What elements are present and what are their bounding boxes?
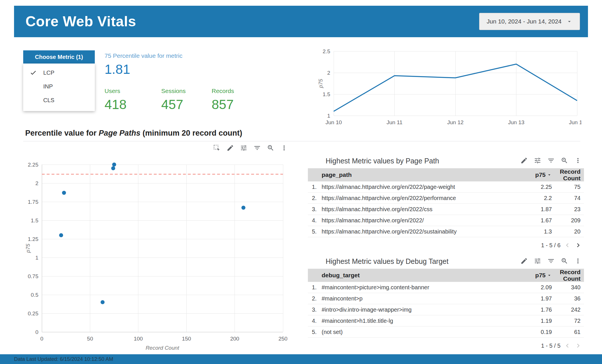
scorecard-users: Users 418 bbox=[105, 88, 127, 112]
table-toolbar bbox=[519, 156, 583, 165]
last-updated-text: Data Last Updated: 6/15/2024 10:12:50 AM bbox=[0, 354, 113, 364]
svg-text:2.25: 2.25 bbox=[28, 162, 38, 168]
svg-text:2: 2 bbox=[327, 70, 330, 76]
tune-icon[interactable] bbox=[533, 156, 542, 165]
table-row: 4. #maincontent>h1.title.title-lg 1.19 7… bbox=[308, 315, 584, 327]
menu-icon[interactable] bbox=[279, 143, 289, 153]
row-count: 340 bbox=[552, 284, 584, 291]
zoom-icon[interactable] bbox=[560, 156, 569, 165]
scorecard-label: 75 Percentile value for metric bbox=[105, 52, 182, 59]
svg-text:1.75: 1.75 bbox=[28, 199, 38, 205]
svg-text:1.5: 1.5 bbox=[323, 91, 330, 97]
svg-text:50: 50 bbox=[87, 336, 93, 342]
row-count: 209 bbox=[552, 217, 584, 224]
row-label: https://almanac.httparchive.org/en/2022/… bbox=[322, 184, 509, 190]
table-title: Highest Metric values by Debug Target bbox=[326, 257, 448, 266]
marquee-select-icon[interactable] bbox=[212, 143, 222, 153]
metric-option-cls[interactable]: CLS bbox=[23, 93, 95, 107]
svg-text:0.25: 0.25 bbox=[28, 310, 38, 316]
svg-text:p75: p75 bbox=[25, 244, 31, 253]
table-page-path: Highest Metric values by Page Path page_… bbox=[308, 155, 584, 249]
table-row: 1. #maincontent>picture>img.content-bann… bbox=[308, 282, 584, 293]
metric-option-inp[interactable]: INP bbox=[23, 80, 95, 93]
table-body: 1. https://almanac.httparchive.org/en/20… bbox=[308, 181, 584, 237]
zoom-icon[interactable] bbox=[560, 256, 569, 266]
row-label: https://almanac.httparchive.org/en/2022/ bbox=[322, 217, 509, 224]
table-row: 2. #maincontent>p 1.97 36 bbox=[308, 293, 584, 304]
tune-icon[interactable] bbox=[533, 256, 542, 266]
chevron-right-icon[interactable] bbox=[574, 241, 582, 249]
edit-icon[interactable] bbox=[519, 156, 529, 165]
edit-icon[interactable] bbox=[519, 256, 529, 266]
chevron-left-icon[interactable] bbox=[563, 241, 571, 249]
row-number: 3. bbox=[308, 306, 322, 313]
row-count: 23 bbox=[552, 206, 584, 213]
svg-text:Jun 14: Jun 14 bbox=[569, 119, 581, 125]
row-p75: 2.09 bbox=[509, 284, 552, 291]
scorecard-percentile: 75 Percentile value for metric 1.81 bbox=[105, 52, 182, 77]
column-header-record-count[interactable]: RecordCount bbox=[552, 168, 584, 181]
filter-icon[interactable] bbox=[252, 143, 262, 153]
tune-icon[interactable] bbox=[239, 143, 249, 153]
filter-icon[interactable] bbox=[546, 156, 556, 165]
svg-text:2: 2 bbox=[35, 180, 38, 186]
svg-text:100: 100 bbox=[134, 336, 143, 342]
metric-options: LCP INP CLS bbox=[23, 64, 95, 111]
scorecard-value: 418 bbox=[105, 97, 127, 112]
filter-icon[interactable] bbox=[546, 256, 556, 266]
svg-text:Jun 11: Jun 11 bbox=[387, 119, 403, 125]
menu-icon[interactable] bbox=[573, 156, 583, 165]
column-header-record-count[interactable]: RecordCount bbox=[552, 269, 584, 282]
row-p75: 1.87 bbox=[509, 206, 552, 213]
row-number: 4. bbox=[308, 318, 322, 324]
svg-text:1.5: 1.5 bbox=[31, 217, 38, 223]
row-p75: 1.19 bbox=[509, 318, 552, 324]
section-title-italic: Page Paths bbox=[99, 129, 141, 137]
scorecard-label: Sessions bbox=[161, 88, 186, 94]
metric-option-lcp[interactable]: LCP bbox=[23, 66, 95, 80]
row-count: 74 bbox=[552, 195, 584, 201]
p75-timeseries-line-chart: 11.522.5Jun 10Jun 11Jun 12Jun 13Jun 14p7… bbox=[318, 47, 581, 131]
row-number: 2. bbox=[308, 195, 322, 201]
row-count: 242 bbox=[552, 306, 584, 313]
svg-text:Jun 10: Jun 10 bbox=[325, 119, 342, 125]
scorecard-value: 457 bbox=[161, 97, 186, 112]
table-row: 4. https://almanac.httparchive.org/en/20… bbox=[308, 215, 584, 226]
chevron-right-icon[interactable] bbox=[574, 342, 582, 350]
scorecard-records: Records 857 bbox=[212, 88, 234, 112]
row-label: #intro>div.intro-image-wrapper>img bbox=[322, 306, 509, 313]
menu-icon[interactable] bbox=[573, 256, 583, 266]
page-title: Core Web Vitals bbox=[25, 13, 136, 30]
column-header-key[interactable]: debug_target bbox=[322, 272, 509, 279]
svg-text:Jun 13: Jun 13 bbox=[508, 119, 524, 125]
pagination-label: 1 - 5 / 6 bbox=[541, 242, 560, 249]
dashboard: Core Web Vitals Jun 10, 2024 - Jun 14, 2… bbox=[0, 0, 602, 364]
pagination: 1 - 5 / 5 bbox=[308, 342, 584, 350]
date-range-picker[interactable]: Jun 10, 2024 - Jun 14, 2024 bbox=[479, 13, 580, 30]
edit-icon[interactable] bbox=[225, 143, 235, 153]
row-number: 5. bbox=[308, 329, 322, 335]
row-label: #maincontent>picture>img.content-banner bbox=[322, 284, 509, 291]
table-row: 3. https://almanac.httparchive.org/en/20… bbox=[308, 204, 584, 215]
svg-text:1: 1 bbox=[35, 255, 38, 261]
column-header-p75[interactable]: p75 bbox=[509, 272, 552, 279]
zoom-icon[interactable] bbox=[266, 143, 276, 153]
table-row: 5. (not set) 0.19 61 bbox=[308, 327, 584, 338]
chevron-left-icon[interactable] bbox=[563, 342, 571, 350]
row-p75: 1.97 bbox=[509, 295, 552, 302]
metric-selector-header[interactable]: Choose Metric (1) bbox=[23, 50, 95, 64]
table-row: 5. https://almanac.httparchive.org/en/20… bbox=[308, 226, 584, 237]
scorecard-value: 857 bbox=[212, 97, 234, 112]
table-header-row: debug_target p75 RecordCount bbox=[308, 269, 584, 282]
column-header-key[interactable]: page_path bbox=[322, 171, 509, 178]
column-header-p75[interactable]: p75 bbox=[509, 171, 552, 178]
svg-text:Record Count: Record Count bbox=[145, 345, 179, 351]
scorecard-value: 1.81 bbox=[105, 62, 182, 77]
svg-text:200: 200 bbox=[230, 336, 239, 342]
row-label: https://almanac.httparchive.org/en/2022/… bbox=[322, 228, 509, 235]
svg-text:0.75: 0.75 bbox=[28, 273, 38, 279]
header: Core Web Vitals Jun 10, 2024 - Jun 14, 2… bbox=[14, 6, 588, 37]
svg-text:0.5: 0.5 bbox=[31, 292, 38, 298]
row-number: 4. bbox=[308, 217, 322, 224]
table-row: 2. https://almanac.httparchive.org/en/20… bbox=[308, 193, 584, 204]
